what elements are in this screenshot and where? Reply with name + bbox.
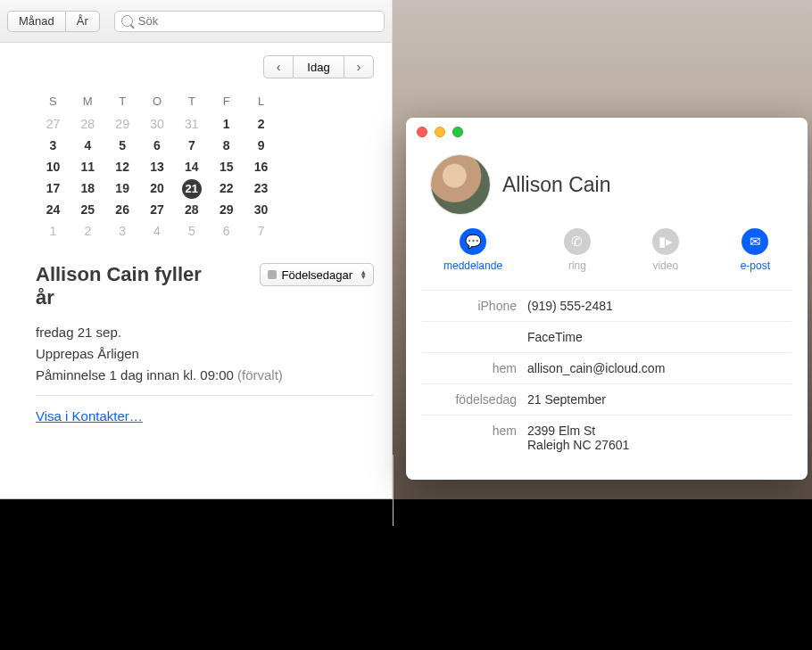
video-action[interactable]: ▮▸ video [652,228,679,272]
field-label: iPhone [422,299,527,313]
contact-avatar [431,155,490,214]
chevron-left-icon: ‹ [277,60,281,74]
message-icon: 💬 [465,234,482,250]
contact-name: Allison Cain [502,173,610,197]
window-controls [406,118,808,137]
day-cell[interactable]: 16 [244,156,278,177]
zoom-window-button[interactable] [452,127,463,137]
view-segmented-control: Månad År [7,11,100,32]
mini-calendar: SMTOTFL 27282930311234567891011121314151… [36,95,278,242]
day-cell[interactable]: 17 [36,177,70,199]
field-value[interactable]: (919) 555-2481 [527,299,791,313]
day-cell[interactable]: 28 [70,113,105,135]
dow-label: F [209,95,244,113]
day-cell[interactable]: 4 [70,135,105,156]
day-cell[interactable]: 30 [244,199,278,220]
mail-label: e-post [741,259,770,272]
day-cell[interactable]: 9 [244,135,278,156]
event-details: Allison Cain fyller år Födelsedagar ▴▾ f… [36,263,392,424]
dow-label: L [244,95,278,113]
search-input[interactable] [114,11,385,32]
show-in-contacts-link[interactable]: Visa i Kontakter… [36,408,374,424]
minimize-window-button[interactable] [435,127,445,137]
view-month-button[interactable]: Månad [7,11,65,32]
chevron-right-icon: › [357,60,361,74]
video-icon: ▮▸ [659,234,673,250]
day-cell[interactable]: 29 [105,113,140,135]
day-cell[interactable]: 3 [105,220,140,242]
search-icon [121,15,133,27]
day-cell[interactable]: 14 [174,156,209,177]
mail-action[interactable]: ✉ e-post [741,228,770,272]
calendar-select[interactable]: Födelsedagar ▴▾ [260,263,375,286]
field-label: födelsedag [422,392,527,407]
contacts-window: Allison Cain 💬 meddelande ✆ ring ▮▸ vide… [406,118,808,480]
day-cell[interactable]: 21 [174,177,209,199]
event-repeat: Upprepas Årligen [36,346,374,361]
calendar-toolbar: Månad År [0,0,392,43]
divider [36,395,374,396]
day-cell[interactable]: 5 [105,135,140,156]
day-cell[interactable]: 5 [174,220,209,242]
contact-field-row: födelsedag21 September [422,383,791,415]
event-reminder: Påminnelse 1 dag innan kl. 09:00 (förval… [36,367,374,383]
dow-label: S [36,95,70,113]
day-cell[interactable]: 18 [70,177,105,199]
day-cell[interactable]: 12 [105,156,140,177]
today-button[interactable]: Idag [294,55,344,78]
day-cell[interactable]: 24 [36,199,70,220]
field-value[interactable]: allison_cain@icloud.com [527,361,791,375]
field-value[interactable]: FaceTime [527,330,791,344]
day-cell[interactable]: 22 [209,177,244,199]
day-cell[interactable]: 1 [209,113,244,135]
field-label: hem [422,361,527,375]
day-cell[interactable]: 2 [70,220,105,242]
day-cell[interactable]: 26 [105,199,140,220]
day-cell[interactable]: 2 [244,113,278,135]
mail-icon: ✉ [750,234,761,250]
day-cell[interactable]: 7 [174,135,209,156]
day-cell[interactable]: 7 [244,220,278,242]
contact-field-row: hem2399 Elm St Raleigh NC 27601 [422,415,791,460]
contact-field-row: hemallison_cain@icloud.com [422,352,791,383]
field-value[interactable]: 2399 Elm St Raleigh NC 27601 [527,424,791,452]
day-cell[interactable]: 19 [105,177,140,199]
video-label: video [652,259,678,272]
letterbox-bar [0,499,812,650]
day-cell[interactable]: 6 [209,220,244,242]
day-cell[interactable]: 3 [36,135,70,156]
search-wrapper [114,11,385,32]
day-cell[interactable]: 8 [209,135,244,156]
prev-month-button[interactable]: ‹ [263,55,294,78]
dow-label: T [174,95,209,113]
day-cell[interactable]: 4 [140,220,175,242]
message-label: meddelande [443,259,502,272]
message-action[interactable]: 💬 meddelande [443,228,502,272]
day-cell[interactable]: 27 [36,113,70,135]
day-cell[interactable]: 20 [140,177,175,199]
day-cell[interactable]: 27 [140,199,175,220]
day-cell[interactable]: 25 [70,199,105,220]
contact-field-row: FaceTime [422,321,791,352]
calendar-window: Månad År ‹ Idag › SMTOTFL 27282930311234… [0,0,393,499]
day-cell[interactable]: 29 [209,199,244,220]
next-month-button[interactable]: › [344,55,374,78]
field-value[interactable]: 21 September [527,392,791,407]
day-cell[interactable]: 1 [36,220,70,242]
call-label: ring [568,259,586,272]
calendar-nav: ‹ Idag › [36,55,392,78]
day-cell[interactable]: 6 [140,135,175,156]
chevron-updown-icon: ▴▾ [361,270,366,279]
view-year-button[interactable]: År [65,11,100,32]
day-cell[interactable]: 10 [36,156,70,177]
day-cell[interactable]: 13 [140,156,175,177]
day-cell[interactable]: 15 [209,156,244,177]
call-action[interactable]: ✆ ring [564,228,591,272]
day-cell[interactable]: 23 [244,177,278,199]
day-cell[interactable]: 11 [70,156,105,177]
day-cell[interactable]: 31 [174,113,209,135]
field-label: hem [422,424,527,438]
day-cell[interactable]: 30 [140,113,175,135]
close-window-button[interactable] [417,127,427,137]
day-cell[interactable]: 28 [174,199,209,220]
